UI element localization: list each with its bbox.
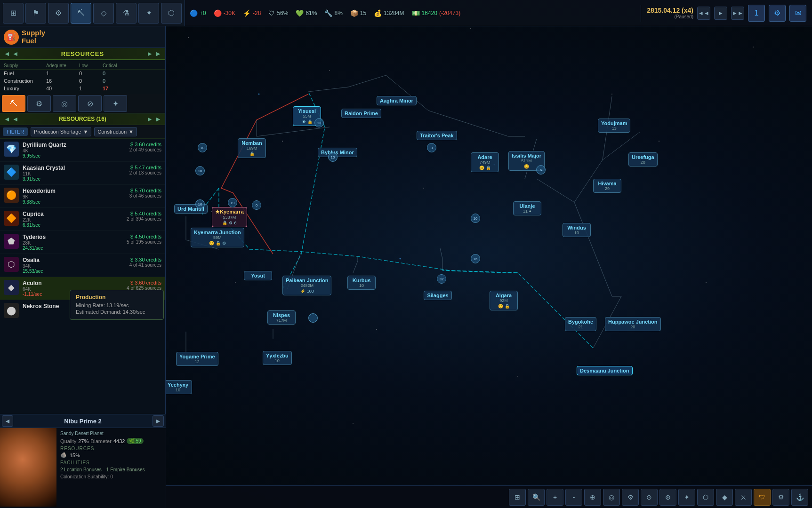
map-node-algara[interactable]: Algara 92M 😊 🔒 — [490, 291, 518, 310]
map-node-adare[interactable]: Adare 749M 😊 🔒 — [471, 152, 499, 172]
bottom-btn-zoom-out[interactable]: - — [565, 489, 582, 506]
map-node-kurbus[interactable]: Kurbus 10 — [347, 276, 376, 290]
notification-button-1[interactable]: 1 — [748, 5, 765, 22]
bottom-btn-9[interactable]: ⊛ — [659, 489, 676, 506]
bottom-btn-shield[interactable]: 🛡 — [754, 489, 771, 506]
nav-fwd-button[interactable]: ►► — [731, 7, 744, 20]
dot-node-byblus2[interactable]: 10 — [328, 152, 338, 162]
production-shortage-dropdown[interactable]: Production Shortage ▼ — [31, 127, 91, 136]
map-node-hivama[interactable]: Hivama 29 — [593, 179, 621, 193]
map-node-kyemarra[interactable]: ★Kyemarra 5387M 🔒 ⚙ 6 — [212, 207, 247, 227]
tab-btn-1[interactable]: ⛏ — [2, 95, 25, 112]
nav-back-button[interactable]: ◄◄ — [697, 7, 710, 20]
dot-node-traitors2[interactable]: 3 — [427, 143, 436, 152]
tool-btn-stations[interactable]: ⬡ — [161, 3, 182, 24]
resource-item-hexodorium[interactable]: 🟠 Hexodorium 9K 9.38/sec $ 5.70 credits … — [0, 185, 165, 208]
map-node-yogame[interactable]: Yogame Prime 12 — [176, 352, 218, 366]
bottom-btn-12[interactable]: ◆ — [716, 489, 733, 506]
arrow-left-2[interactable]: ◄ — [12, 50, 19, 57]
map-node-yyxlezbu[interactable]: Yyxlezbu 10 — [263, 351, 292, 365]
dot-node-1[interactable]: 10 — [198, 143, 207, 152]
nav-play-button[interactable]: ► — [714, 7, 727, 20]
map-node-yosut[interactable]: Yosut — [244, 271, 272, 280]
map-node-traitors[interactable]: Traitor's Peak — [417, 131, 457, 140]
planet-subtitle: Sandy Desert Planet — [60, 431, 162, 436]
tab-btn-2[interactable]: ⚙ — [27, 95, 51, 112]
tool-btn-diplomacy[interactable]: ◇ — [93, 3, 114, 24]
dot-node-3[interactable]: 10 — [195, 166, 205, 175]
map-node-ulanje[interactable]: Ulanje 11 ● — [513, 201, 541, 215]
map-node-nispes[interactable]: Nispes 717M — [267, 310, 296, 325]
bottom-btn-11[interactable]: ⬡ — [697, 489, 714, 506]
dot-node-6[interactable]: 6 — [252, 200, 261, 210]
map-node-yeehyxy[interactable]: Yeehyxy 10 — [164, 380, 192, 394]
resource-item-tyderios[interactable]: ⬟ Tyderios 28K 24.31/sec $ 4.50 credits … — [0, 231, 165, 254]
map-node-bygokohe[interactable]: Bygokohe 21 — [565, 317, 596, 331]
arrow-right-1[interactable]: ► — [146, 50, 153, 57]
bottom-btn-5[interactable]: ⊕ — [584, 489, 601, 506]
map-node-yodujmam[interactable]: Yodujmam 13 — [598, 119, 630, 133]
tool-btn-ships[interactable]: ✦ — [138, 3, 159, 24]
tab-btn-5[interactable]: ✦ — [104, 95, 127, 112]
resource-item-cuprica[interactable]: 🔶 Cuprica 22K 6.31/sec $ 5.40 credits 2 … — [0, 208, 165, 231]
planet-nav-next[interactable]: ► — [153, 415, 164, 427]
bottom-btn-2[interactable]: 🔍 — [528, 489, 545, 506]
map-node-kyemarra-jct[interactable]: Kyemarra Junction 59M 😊 🔒 ⚙ — [191, 228, 244, 247]
map-node-silagges[interactable]: Silagges — [424, 291, 452, 300]
bottom-btn-16[interactable]: ⚓ — [791, 489, 808, 506]
res-list-arrow-right2[interactable]: ► — [155, 115, 161, 123]
map-node-windus[interactable]: Windus 10 — [563, 223, 591, 237]
res-list-arrow-left2[interactable]: ◄ — [12, 115, 19, 123]
dot-node-anseun[interactable]: 16 — [471, 254, 480, 263]
planet-nav-prev[interactable]: ◄ — [2, 415, 13, 427]
res-list-arrow-right[interactable]: ► — [146, 115, 153, 123]
resource-item-kaasian[interactable]: 🔷 Kaasian Crystal 11K 3.91/sec $ 5.47 cr… — [0, 162, 165, 185]
aculon-right: $ 3.60 credits 4 of 625 sources — [127, 280, 161, 291]
construction-dropdown[interactable]: Construction ▼ — [94, 127, 137, 136]
filter-label[interactable]: FILTER — [3, 127, 28, 136]
tab-btn-4[interactable]: ⊘ — [78, 95, 102, 112]
notification-button-3[interactable]: ✉ — [789, 5, 806, 22]
bottom-btn-7[interactable]: ⚙ — [622, 489, 639, 506]
bottom-btn-10[interactable]: ✦ — [678, 489, 695, 506]
arrow-left-1[interactable]: ◄ — [4, 50, 10, 57]
map-node-desmaanu[interactable]: Desmaanu Junction — [577, 366, 633, 375]
resource-item-dyrillium[interactable]: 💎 Dyrillium Quartz 4K 9.95/sec $ 3.60 cr… — [0, 139, 165, 162]
supply-header: ⛽ Supply Fuel — [0, 26, 165, 48]
tool-btn-missions[interactable]: ⚑ — [25, 3, 46, 24]
dot-node-4[interactable]: 10 — [195, 199, 205, 209]
map-node-huppawoe[interactable]: Huppawoe Junction 20 — [605, 317, 661, 331]
tool-btn-research[interactable]: ⚗ — [116, 3, 137, 24]
dot-node-yidus[interactable]: 6 — [536, 165, 546, 175]
map-node-urefuga[interactable]: Ureefuga 20 — [628, 152, 658, 167]
bottom-btn-8[interactable]: ⊙ — [641, 489, 658, 506]
bottom-btn-13[interactable]: ⚔ — [735, 489, 752, 506]
resource-item-osalia[interactable]: ⬡ Osalia 34K 15.53/sec $ 3.30 credits 4 … — [0, 254, 165, 277]
map-node-aaghra[interactable]: Aaghra Minor — [377, 96, 417, 105]
dot-node-5[interactable]: 19 — [228, 198, 237, 207]
bottom-btn-1[interactable]: ⊞ — [509, 489, 526, 506]
map-node-byblus[interactable]: Byblus Minor — [318, 148, 357, 157]
tool-btn-overview[interactable]: ⊞ — [3, 3, 24, 24]
notification-button-2[interactable]: ⚙ — [769, 5, 786, 22]
tool-btn-mining[interactable]: ⛏ — [71, 3, 91, 24]
map-node-nemban[interactable]: Nemban 169M 🔒 — [238, 138, 266, 158]
resources-fuel-row: Fuel 1 0 0 — [0, 70, 165, 77]
arrow-right-2[interactable]: ► — [155, 50, 161, 57]
dot-node-huth[interactable]: 10 — [471, 214, 480, 223]
algara-icon1: 😊 — [498, 304, 503, 309]
tool-btn-settings[interactable]: ⚙ — [48, 3, 69, 24]
production-tooltip: Production Mining Rate: 13.19/sec Estima… — [70, 290, 164, 320]
resources-panel-title: RESOURCES — [61, 50, 104, 57]
res-list-arrow-left[interactable]: ◄ — [4, 115, 10, 123]
map-node-raldon[interactable]: Raldon Prime — [341, 109, 381, 118]
map-node-paikean[interactable]: Paikean Junction 2482M ⚡ 100 — [282, 276, 331, 295]
algara-icon2: 🔒 — [505, 304, 510, 309]
bottom-btn-6[interactable]: ◎ — [603, 489, 620, 506]
dot-node-nispes2[interactable] — [308, 313, 318, 323]
bottom-btn-15[interactable]: ⚙ — [772, 489, 789, 506]
tab-btn-3[interactable]: ◎ — [53, 95, 76, 112]
dot-node-wigu[interactable]: 13 — [314, 118, 324, 127]
bottom-btn-zoom-in[interactable]: + — [547, 489, 563, 506]
dot-node-32[interactable]: 32 — [437, 274, 446, 284]
